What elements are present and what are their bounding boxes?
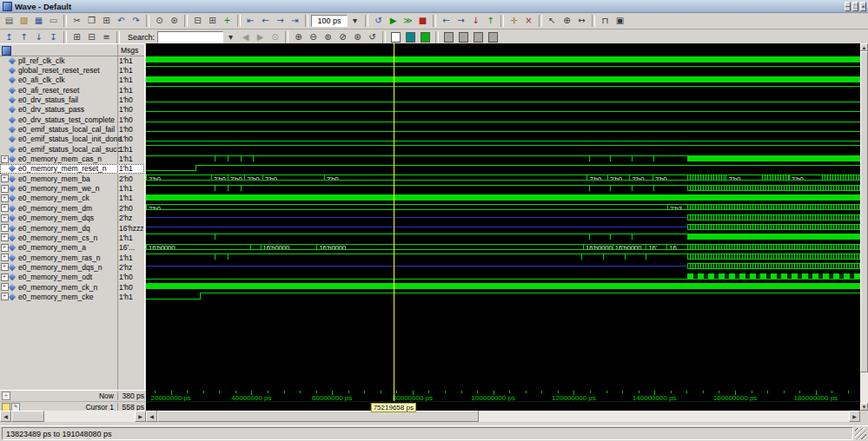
column-divider[interactable] bbox=[117, 44, 118, 391]
expand-icon[interactable]: + bbox=[1, 283, 9, 291]
search-dropdown-button[interactable]: ▾ bbox=[223, 30, 238, 44]
expand-icon[interactable]: + bbox=[1, 244, 9, 252]
move-to-top-button[interactable]: ↥ bbox=[2, 30, 17, 44]
move-to-bottom-button[interactable]: ↧ bbox=[46, 30, 61, 44]
zoom-full-button[interactable]: ⊚ bbox=[321, 30, 335, 44]
maximize-button[interactable]: □ bbox=[852, 2, 858, 11]
wave-analog-linear-button[interactable] bbox=[471, 30, 486, 44]
scroll-down-button[interactable]: ▼ bbox=[860, 403, 868, 411]
vertical-scroll-thumb[interactable] bbox=[860, 51, 868, 372]
insert-divider-button[interactable]: ≡ bbox=[99, 30, 114, 44]
next-rising-edge-button[interactable]: ↑ bbox=[483, 14, 498, 28]
wave-analog-backstep-button[interactable] bbox=[486, 30, 500, 44]
signal-row[interactable]: e0_emif_status_local_cal_succ...1'h1 bbox=[0, 144, 144, 154]
zoom-out-button[interactable]: ⊖ bbox=[306, 30, 321, 44]
scroll-right-button[interactable]: ▶ bbox=[135, 411, 146, 422]
wave-format-logic-button[interactable] bbox=[403, 30, 418, 44]
cut-button[interactable]: ✂ bbox=[70, 14, 84, 28]
signal-row[interactable]: e0_drv_status_test_complete1'h0 bbox=[0, 115, 144, 124]
zoom-others-button[interactable]: ⊛ bbox=[350, 30, 365, 44]
open-folder-button[interactable]: ▨ bbox=[17, 14, 31, 28]
expand-icon[interactable]: + bbox=[1, 253, 9, 261]
signal-row[interactable]: +e0_memory_mem_ras_n1'h1 bbox=[0, 253, 144, 262]
signal-row[interactable]: e0_drv_status_pass1'h0 bbox=[0, 105, 144, 115]
run-length-input[interactable] bbox=[311, 15, 348, 27]
expand-icon[interactable]: + bbox=[1, 224, 9, 232]
add-wave-button[interactable]: + bbox=[220, 14, 235, 28]
collapse-all-button[interactable]: ⊟ bbox=[190, 14, 205, 28]
signal-row[interactable]: e0_afi_reset_reset1'h1 bbox=[0, 85, 144, 95]
expand-icon[interactable]: + bbox=[1, 185, 9, 193]
signal-row[interactable]: +e0_memory_mem_cs_n1'h1 bbox=[0, 233, 144, 242]
name-panel-scrollbar[interactable]: ◀ ▶ bbox=[0, 411, 146, 422]
name-scroll-thumb[interactable] bbox=[11, 411, 44, 422]
waveform-canvas[interactable]: 2'h02'h02'h02'h02'h02'h02'h02'h02'h02'h0… bbox=[146, 43, 860, 390]
previous-falling-edge-button[interactable]: ↓ bbox=[468, 14, 483, 28]
signal-row[interactable]: pll_ref_clk_clk1'h1 bbox=[0, 56, 144, 65]
signal-row[interactable]: +e0_memory_mem_we_n1'h1 bbox=[0, 183, 144, 193]
stop-button[interactable]: ■ bbox=[415, 14, 430, 28]
expand-icon[interactable]: + bbox=[1, 194, 9, 202]
signal-row[interactable]: +e0_memory_mem_odt1'h0 bbox=[0, 273, 144, 282]
expand-icon[interactable]: + bbox=[1, 263, 9, 271]
expand-icon[interactable]: + bbox=[1, 234, 9, 241]
expand-icon[interactable]: + bbox=[1, 204, 9, 212]
signal-row[interactable]: +e0_memory_mem_ck_n1'h0 bbox=[0, 282, 144, 292]
group-button[interactable]: ⊞ bbox=[70, 30, 84, 44]
signal-row[interactable]: e0_emif_status_local_cal_fail1'h0 bbox=[0, 124, 144, 134]
expand-all-button[interactable]: ⊞ bbox=[205, 14, 220, 28]
signal-row[interactable]: +e0_memory_mem_cke1'h1 bbox=[0, 292, 144, 301]
save-button[interactable]: ▦ bbox=[31, 14, 46, 28]
zoom-in-button[interactable]: ⊕ bbox=[291, 30, 306, 44]
expand-window-button[interactable]: ▣ bbox=[613, 14, 627, 28]
close-button[interactable]: × bbox=[860, 2, 866, 11]
paste-button[interactable]: ⊞ bbox=[99, 14, 114, 28]
cursor-line[interactable] bbox=[394, 43, 394, 390]
search-input[interactable] bbox=[157, 31, 223, 43]
move-up-button[interactable]: ↑ bbox=[17, 30, 31, 44]
wave-scrollbar[interactable]: ◀ ▶ bbox=[146, 411, 860, 422]
ungroup-button[interactable]: ⊟ bbox=[84, 30, 99, 44]
signal-row[interactable]: +e0_memory_mem_a16'... bbox=[0, 243, 144, 253]
signal-row[interactable]: +e0_memory_mem_dqs_n2'hz bbox=[0, 262, 144, 272]
signal-row[interactable]: +e0_memory_mem_cas_n1'h1 bbox=[0, 154, 144, 163]
restart-button[interactable]: ↺ bbox=[371, 14, 386, 28]
run-button[interactable]: ▶ bbox=[386, 14, 401, 28]
signal-row[interactable]: e0_emif_status_local_init_done1'h0 bbox=[0, 135, 144, 144]
move-left-button[interactable]: ← bbox=[258, 14, 273, 28]
signal-row[interactable]: e0_memory_mem_reset_n1'h1 bbox=[0, 164, 144, 174]
wave-scroll-left-button[interactable]: ◀ bbox=[146, 411, 157, 422]
signal-row[interactable]: +e0_memory_mem_dm2'h0 bbox=[0, 203, 144, 213]
dock-button[interactable]: ⊓ bbox=[598, 14, 613, 28]
signal-row[interactable]: +e0_memory_mem_dq16'hzzzz bbox=[0, 223, 144, 233]
wave-scroll-thumb[interactable] bbox=[157, 411, 479, 422]
run-length-drop-button[interactable]: ▾ bbox=[348, 14, 362, 28]
titlebar[interactable]: Wave - Default ─□× bbox=[0, 0, 868, 13]
cursor-time-flag[interactable]: 75219658 ps bbox=[371, 403, 416, 412]
signal-row[interactable]: global_reset_reset_reset1'h1 bbox=[0, 65, 144, 75]
wave-analog-off-button[interactable] bbox=[441, 30, 456, 44]
signal-row[interactable]: +e0_memory_mem_dqs2'hz bbox=[0, 214, 144, 223]
continue-run-button[interactable]: ≫ bbox=[401, 14, 415, 28]
undo-button[interactable]: ↶ bbox=[114, 14, 129, 28]
signal-row[interactable]: e0_afi_clk_clk1'h1 bbox=[0, 76, 144, 85]
next-transition-button[interactable]: → bbox=[454, 14, 468, 28]
timeline[interactable]: 20000000 ps40000000 ps60000000 ps8000000… bbox=[146, 390, 860, 411]
wave-format-literal-button[interactable] bbox=[388, 30, 403, 44]
zoom-last-button[interactable]: ↺ bbox=[365, 30, 380, 44]
copy-button[interactable]: ❐ bbox=[84, 14, 99, 28]
previous-transition-button[interactable]: ← bbox=[439, 14, 454, 28]
vertical-scrollbar[interactable]: ▲ ▼ bbox=[860, 43, 868, 411]
new-document-button[interactable]: ▤ bbox=[2, 14, 17, 28]
search-reverse-button[interactable]: ◀ bbox=[238, 30, 253, 44]
pan-mode-button[interactable]: ↔ bbox=[574, 14, 589, 28]
select-mode-button[interactable]: ↖ bbox=[545, 14, 560, 28]
expand-icon[interactable]: + bbox=[1, 293, 9, 300]
signal-row[interactable]: e0_drv_status_fail1'h0 bbox=[0, 95, 144, 104]
scroll-up-button[interactable]: ▲ bbox=[860, 43, 868, 51]
move-right-button[interactable]: → bbox=[273, 14, 288, 28]
filter-button[interactable]: ⊛ bbox=[167, 14, 182, 28]
print-button[interactable]: ▭ bbox=[46, 14, 61, 28]
search-options-button[interactable]: ⊙ bbox=[268, 30, 282, 44]
redo-button[interactable]: ↷ bbox=[129, 14, 143, 28]
